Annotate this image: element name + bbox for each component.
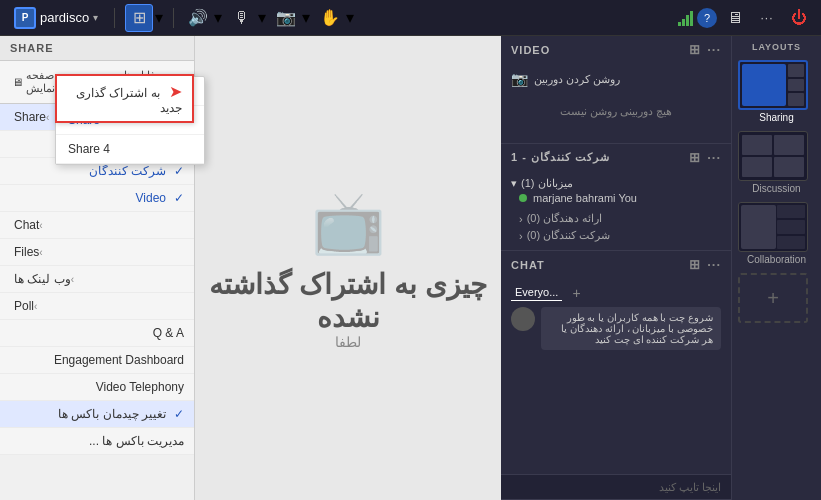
chat-icons: ⊞ ··· [689, 257, 721, 272]
right-panel: VIDEO ⊞ ··· 📷 روشن کردن دوربین هیچ دوربی… [501, 36, 731, 500]
menu-item-poll[interactable]: › Poll [0, 293, 194, 320]
layout-add-button[interactable]: + [738, 273, 808, 323]
logo-button[interactable]: P pardisco ▾ [8, 5, 104, 31]
camera-chevron: ▾ [302, 8, 310, 27]
layouts-panel: LAYOUTS Sharing Discussion [731, 36, 821, 500]
monitor-button[interactable]: 🖥 [721, 4, 749, 32]
arrow-files-icon: › [39, 247, 42, 258]
arrow-poll-icon: › [34, 301, 37, 312]
no-camera-text: هیچ دوربینی روشن نیست [511, 95, 721, 128]
chat-header: CHAT ⊞ ··· [501, 251, 731, 278]
chat-tab-everyone[interactable]: Everyo... [511, 284, 562, 301]
submenu-item-share4[interactable]: Share 4 [56, 135, 204, 164]
video-more-icon[interactable]: ··· [707, 42, 721, 57]
grid-chevron: ▾ [155, 8, 163, 27]
grid-button[interactable]: ⊞ [125, 4, 153, 32]
cam-row: 📷 روشن کردن دوربین [511, 71, 721, 87]
divider-1 [114, 8, 115, 28]
layout-discussion[interactable]: Discussion [738, 131, 815, 194]
participant-online-dot [519, 194, 527, 202]
main-area: SHARE 🖥 صفحه نمایش 📁 فایل های جلسه › Sha… [0, 36, 821, 500]
menu-item-weblinks[interactable]: › وب لینک ها [0, 266, 194, 293]
providers-label: ارائه دهندگان (0) [527, 212, 603, 225]
layout-collab-r2 [777, 220, 805, 233]
menu-item-video[interactable]: ✓ Video [0, 185, 194, 212]
chat-tabs: Everyo... + [511, 284, 721, 301]
participants-expand-icon[interactable]: ⊞ [689, 150, 701, 165]
menu-item-files[interactable]: › Files [0, 239, 194, 266]
hosts-group: ▾ میزبانان (1) marjane bahrami You [511, 177, 721, 206]
layout-collab-right [777, 205, 805, 249]
menu-item-qa[interactable]: Q & A [0, 320, 194, 347]
layout-add-icon: + [767, 287, 779, 310]
menu-item-engagement[interactable]: Engagement Dashboard [0, 347, 194, 374]
help-button[interactable]: ? [697, 8, 717, 28]
providers-arrow: › [519, 213, 523, 225]
mic-chevron: ▾ [258, 8, 266, 27]
video-expand-icon[interactable]: ⊞ [689, 42, 701, 57]
app-logo: P [14, 7, 36, 29]
layout-collab-r3 [777, 236, 805, 249]
more-button[interactable]: ··· [753, 4, 781, 32]
participants-group[interactable]: › شرکت کنندگان (0) [511, 227, 721, 244]
layout-label-discussion: Discussion [738, 183, 815, 194]
chat-more-icon[interactable]: ··· [707, 257, 721, 272]
layout-thumb-sharing [738, 60, 808, 110]
chat-section: CHAT ⊞ ··· Everyo... + شروع چت با همه کا… [501, 251, 731, 500]
participants-content: ▾ میزبانان (1) marjane bahrami You › ارا… [501, 171, 731, 250]
participants-section: شرکت کنندگان - 1 ⊞ ··· ▾ میزبانان (1) [501, 144, 731, 251]
participants-count-badge: - 1 [511, 151, 527, 163]
center-bg-icon: 📺 [195, 187, 501, 258]
layout-side-3 [788, 93, 804, 106]
chat-input[interactable] [511, 481, 721, 493]
layout-collab-r1 [777, 205, 805, 218]
layout-side-1 [788, 64, 804, 77]
cam-label: روشن کردن دوربین [534, 73, 620, 86]
video-header: VIDEO ⊞ ··· [501, 36, 731, 63]
chat-add-tab[interactable]: + [572, 285, 580, 301]
arrow-chat-icon: › [39, 220, 42, 231]
sound-group: 🔊 ▾ [184, 4, 222, 32]
app-chevron: ▾ [93, 12, 98, 23]
hand-group: ✋ ▾ [316, 4, 354, 32]
layout-d4 [774, 157, 804, 177]
layout-side-area [788, 64, 804, 106]
layout-collaboration[interactable]: Collaboration [738, 202, 815, 265]
menu-item-chat[interactable]: › Chat [0, 212, 194, 239]
hosts-label: میزبانان (1) [521, 177, 573, 190]
layout-sharing[interactable]: Sharing [738, 60, 815, 123]
mic-button[interactable]: 🎙 [228, 4, 256, 32]
mic-group: 🎙 ▾ [228, 4, 266, 32]
hosts-header[interactable]: ▾ میزبانان (1) [511, 177, 721, 190]
menu-item-manage[interactable]: مدیریت باکس ها ... [0, 428, 194, 455]
chat-content: Everyo... + شروع چت با همه کاربران یا به… [501, 278, 731, 474]
host-item: marjane bahrami You [511, 190, 721, 206]
camera-button[interactable]: 📷 [272, 4, 300, 32]
sound-chevron: ▾ [214, 8, 222, 27]
new-share-banner: ➤ به اشتراک گذاری جدید [55, 74, 194, 123]
chat-bubble: شروع چت با همه کاربران یا به طور خصوصی ب… [541, 307, 721, 350]
divider-2 [173, 8, 174, 28]
chat-expand-icon[interactable]: ⊞ [689, 257, 701, 272]
sound-button[interactable]: 🔊 [184, 4, 212, 32]
layout-side-2 [788, 79, 804, 92]
app-name: pardisco [40, 10, 89, 25]
participants-icons: ⊞ ··· [689, 150, 721, 165]
power-button[interactable]: ⏻ [785, 4, 813, 32]
check-icon: ✓ [172, 164, 184, 178]
menu-item-rearrange[interactable]: ✓ تغییر چیدمان باکس ها [0, 401, 194, 428]
center-content: 📺 چیزی به اشتراک گذاشته نشده لطفا [195, 187, 501, 350]
participants-more-icon[interactable]: ··· [707, 150, 721, 165]
red-arrow-icon: ➤ [169, 83, 182, 100]
layout-label-collaboration: Collaboration [738, 254, 815, 265]
share-header: SHARE [0, 36, 194, 61]
layout-d2 [774, 135, 804, 155]
menu-item-video-telephony[interactable]: Video Telephony [0, 374, 194, 401]
providers-group[interactable]: › ارائه دهندگان (0) [511, 210, 721, 227]
arrow-icon: › [46, 112, 49, 123]
chat-message-item: شروع چت با همه کاربران یا به طور خصوصی ب… [511, 307, 721, 350]
layout-d3 [742, 157, 772, 177]
video-section: VIDEO ⊞ ··· 📷 روشن کردن دوربین هیچ دوربی… [501, 36, 731, 144]
layout-label-sharing: Sharing [738, 112, 815, 123]
hand-button[interactable]: ✋ [316, 4, 344, 32]
